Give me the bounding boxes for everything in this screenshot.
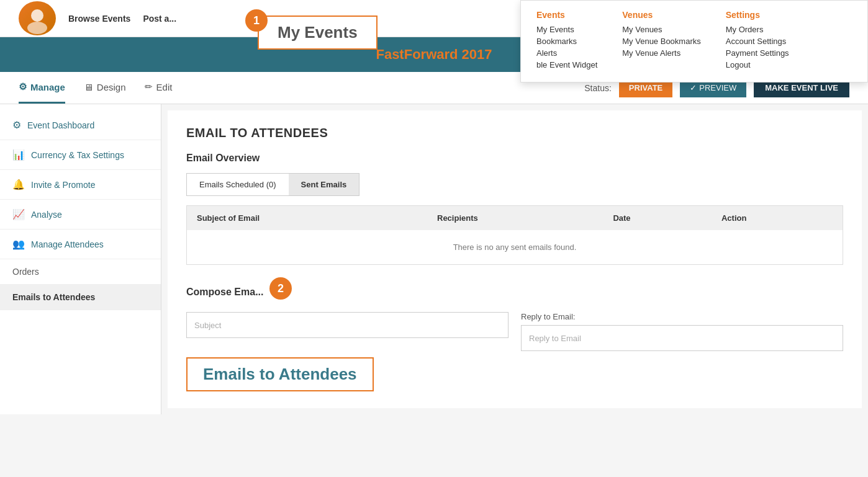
compose-form: Reply to Email: (186, 312, 843, 351)
col-date: Date (603, 206, 712, 231)
monitor-icon: 🖥 (84, 82, 93, 92)
venue-bookmarks-link[interactable]: My Venue Bookmarks (622, 37, 700, 46)
bookmarks-link[interactable]: Bookmarks (536, 37, 597, 46)
col-recipients: Recipients (427, 206, 603, 231)
sidebar-item-emails-attendees[interactable]: Emails to Attendees (0, 285, 161, 310)
my-venues-link[interactable]: My Venues (622, 25, 700, 34)
table-header-row: Subject of Email Recipients Date Action (187, 206, 843, 231)
payment-settings-link[interactable]: Payment Settings (726, 48, 789, 58)
venues-menu: Venues My Venues My Venue Bookmarks My V… (622, 10, 700, 69)
venues-menu-header: Venues (622, 10, 700, 20)
empty-message: There is no any sent emails found. (187, 230, 843, 265)
col-action: Action (712, 206, 843, 231)
callout-2-container: Emails to Attendees (186, 357, 843, 391)
tab-edit[interactable]: ✏ Edit (145, 72, 173, 104)
user-avatar (19, 1, 56, 35)
my-events-link[interactable]: My Events (536, 25, 597, 34)
main-layout: ⚙ Event Dashboard 📊 Currency & Tax Setti… (0, 104, 868, 414)
subject-input[interactable] (186, 312, 509, 338)
tab-emails-scheduled[interactable]: Emails Scheduled (0) (187, 174, 289, 195)
svg-point-0 (31, 9, 43, 22)
settings-menu-header: Settings (726, 10, 789, 20)
my-orders-link[interactable]: My Orders (726, 25, 789, 34)
email-overview-tabs: Emails Scheduled (0) Sent Emails (186, 173, 359, 196)
venue-alerts-link[interactable]: My Venue Alerts (622, 48, 700, 58)
my-events-callout-box: My Events (258, 16, 377, 50)
logout-link[interactable]: Logout (726, 60, 789, 69)
callout-bubble-2: 2 (269, 277, 292, 300)
col-subject: Subject of Email (187, 206, 428, 231)
megaphone-icon: 🔔 (12, 179, 25, 190)
emails-to-attendees-callout-box: Emails to Attendees (186, 357, 374, 391)
compose-title: Compose Ema... 2 (186, 280, 843, 303)
events-menu: Events My Events Bookmarks Alerts ble Ev… (536, 10, 597, 69)
tab-manage[interactable]: ⚙ Manage (19, 72, 65, 104)
reply-to-input[interactable] (521, 325, 843, 351)
page-title: EMAIL TO ATTENDEES (186, 126, 843, 140)
sidebar-item-orders[interactable]: Orders (0, 259, 161, 285)
sidebar-item-manage-attendees[interactable]: 👥 Manage Attendees (0, 230, 161, 259)
dashboard-icon: ⚙ (12, 119, 21, 131)
sidebar-item-currency-tax[interactable]: 📊 Currency & Tax Settings (0, 140, 161, 170)
event-widget-link[interactable]: ble Event Widget (536, 60, 597, 69)
content-area: EMAIL TO ATTENDEES Email Overview Emails… (168, 110, 862, 408)
compose-left-panel (186, 312, 509, 351)
alerts-link[interactable]: Alerts (536, 48, 597, 58)
currency-icon: 📊 (12, 149, 25, 161)
preview-icon: ✓ (690, 83, 697, 92)
compose-right-panel: Reply to Email: (521, 312, 843, 351)
gear-icon: ⚙ (19, 81, 27, 92)
table-empty-row: There is no any sent emails found. (187, 230, 843, 265)
sent-emails-table: Subject of Email Recipients Date Action … (186, 205, 843, 265)
email-overview-title: Email Overview (186, 153, 843, 164)
attendees-icon: 👥 (12, 238, 25, 250)
sidebar: ⚙ Event Dashboard 📊 Currency & Tax Setti… (0, 104, 161, 414)
tab-sent-emails[interactable]: Sent Emails (289, 174, 359, 195)
compose-section: Compose Ema... 2 Reply to Email: (186, 280, 843, 351)
events-menu-header: Events (536, 10, 597, 20)
svg-point-1 (27, 22, 47, 34)
nav-dropdown: Events My Events Bookmarks Alerts ble Ev… (520, 0, 868, 82)
settings-menu: Settings My Orders Account Settings Paym… (726, 10, 789, 69)
sidebar-item-analyse[interactable]: 📈 Analyse (0, 200, 161, 230)
sidebar-item-invite-promote[interactable]: 🔔 Invite & Promote (0, 170, 161, 200)
callout-bubble-1: 1 (245, 9, 268, 32)
callout-1-container: 1 My Events (248, 12, 377, 50)
pencil-icon: ✏ (145, 81, 153, 92)
browse-events-link[interactable]: Browse Events (68, 14, 130, 24)
chart-icon: 📈 (12, 208, 25, 220)
post-event-link[interactable]: Post a... (143, 14, 176, 24)
account-settings-link[interactable]: Account Settings (726, 37, 789, 46)
tab-design[interactable]: 🖥 Design (84, 73, 126, 104)
reply-to-label: Reply to Email: (521, 312, 843, 321)
sidebar-item-event-dashboard[interactable]: ⚙ Event Dashboard (0, 110, 161, 140)
